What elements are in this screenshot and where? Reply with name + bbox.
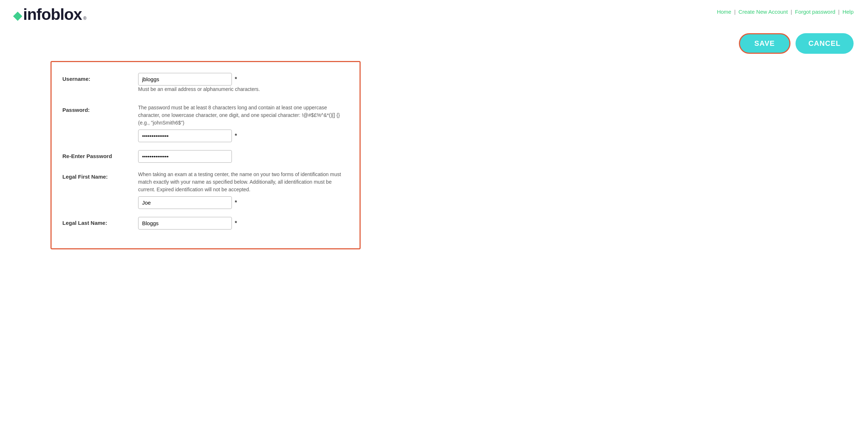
repassword-input-row: [138, 150, 345, 163]
username-required: *: [235, 76, 237, 83]
nav-sep-2: |: [791, 9, 792, 15]
logo: infoblox®: [14, 6, 87, 22]
firstname-label: Legal First Name:: [62, 171, 138, 180]
firstname-row: Legal First Name: When taking an exam at…: [62, 171, 345, 209]
nav-sep-3: |: [838, 9, 840, 15]
lastname-input[interactable]: [138, 217, 232, 230]
password-row: Password: The password must be at least …: [62, 104, 345, 142]
lastname-row: Legal Last Name: *: [62, 217, 345, 230]
repassword-label: Re-Enter Password: [62, 150, 138, 159]
username-label: Username:: [62, 73, 138, 82]
username-hint: Must be an email address or alphanumeric…: [138, 86, 345, 93]
lastname-content: *: [138, 217, 345, 230]
repassword-row: Re-Enter Password: [62, 150, 345, 163]
nav-sep-1: |: [734, 9, 736, 15]
nav-home[interactable]: Home: [717, 9, 731, 15]
lastname-input-row: *: [138, 217, 345, 230]
password-input[interactable]: [138, 130, 232, 142]
password-content: The password must be at least 8 characte…: [138, 104, 345, 142]
logo-diamond-icon: [13, 12, 22, 21]
form-container: Username: * Must be an email address or …: [50, 61, 361, 249]
action-buttons-area: SAVE CANCEL: [0, 26, 868, 61]
repassword-input[interactable]: [138, 150, 232, 163]
username-input-row: *: [138, 73, 345, 86]
username-row: Username: * Must be an email address or …: [62, 73, 345, 96]
username-input[interactable]: [138, 73, 232, 86]
nav-create-account[interactable]: Create New Account: [739, 9, 788, 15]
nav-forgot-password[interactable]: Forgot password: [795, 9, 836, 15]
nav-help[interactable]: Help: [842, 9, 854, 15]
cancel-button[interactable]: CANCEL: [796, 33, 854, 54]
password-input-row: *: [138, 130, 345, 142]
firstname-hint: When taking an exam at a testing center,…: [138, 171, 345, 193]
logo-text: infoblox: [23, 6, 82, 22]
firstname-content: When taking an exam at a testing center,…: [138, 171, 345, 209]
lastname-label: Legal Last Name:: [62, 217, 138, 226]
firstname-input-row: *: [138, 196, 345, 209]
firstname-required: *: [235, 200, 237, 206]
password-label: Password:: [62, 104, 138, 113]
password-hint: The password must be at least 8 characte…: [138, 104, 345, 127]
save-button[interactable]: SAVE: [739, 33, 790, 54]
firstname-input[interactable]: [138, 196, 232, 209]
password-required: *: [235, 133, 237, 139]
nav-links: Home | Create New Account | Forgot passw…: [717, 6, 854, 15]
logo-registered: ®: [83, 16, 87, 21]
repassword-content: [138, 150, 345, 163]
lastname-required: *: [235, 220, 237, 227]
username-content: * Must be an email address or alphanumer…: [138, 73, 345, 96]
header: infoblox® Home | Create New Account | Fo…: [0, 0, 868, 26]
